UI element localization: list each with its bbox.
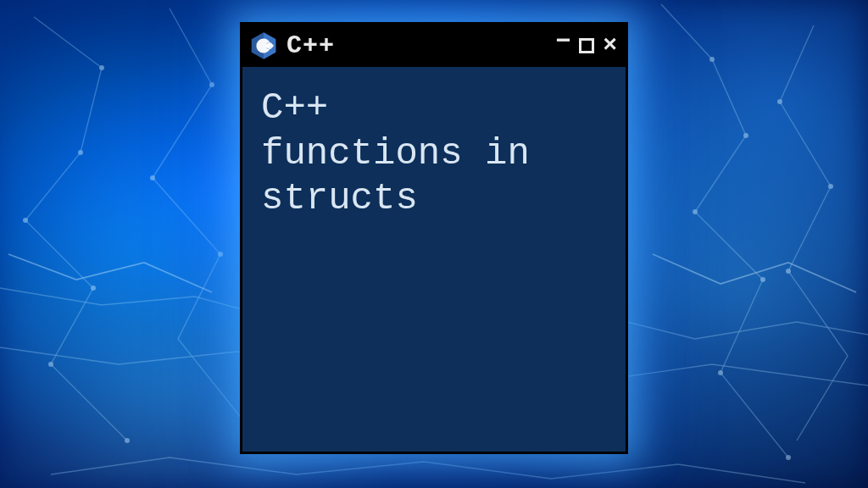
svg-point-6 [209,82,214,87]
app-window: C++ − × C++ functions in structs [240,22,628,454]
titlebar[interactable]: C++ − × [242,25,626,67]
svg-point-17 [786,269,791,274]
svg-point-5 [125,438,130,443]
window-controls: − × [555,33,617,58]
svg-point-16 [828,184,833,189]
maximize-icon [579,38,594,53]
window-content: C++ functions in structs [242,67,626,241]
svg-point-10 [743,133,748,138]
minimize-button[interactable]: − [555,29,570,54]
close-button[interactable]: × [603,34,617,58]
svg-point-9 [709,57,715,62]
svg-point-1 [78,150,83,155]
svg-point-4 [48,362,53,367]
svg-point-14 [786,455,791,460]
svg-rect-23 [270,45,274,46]
svg-rect-21 [266,45,270,46]
window-title: C++ [287,31,555,60]
svg-point-13 [718,370,723,375]
svg-point-7 [150,175,155,180]
svg-point-15 [777,99,782,104]
maximize-button[interactable] [579,38,594,53]
svg-point-8 [218,252,223,257]
svg-point-12 [760,277,765,282]
svg-point-3 [91,286,96,291]
svg-point-2 [23,218,28,223]
svg-point-0 [99,65,104,70]
content-heading: C++ functions in structs [261,86,607,222]
svg-point-11 [693,209,698,214]
cpp-icon [249,31,278,60]
